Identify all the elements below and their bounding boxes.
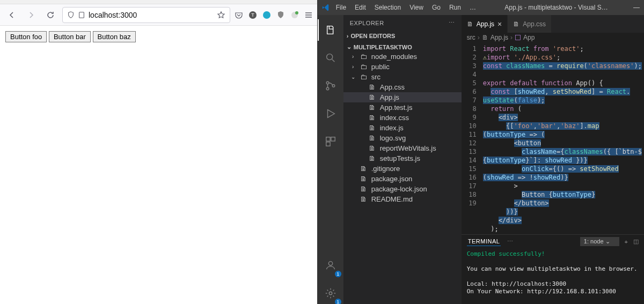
ext-icon-3[interactable]	[276, 11, 285, 19]
settings-badge: 1	[335, 299, 341, 304]
activity-scm[interactable]	[318, 75, 343, 97]
file-gitignore[interactable]: 🗎.gitignore	[343, 164, 462, 174]
activity-debug[interactable]	[318, 103, 343, 124]
menu-file[interactable]: File	[333, 3, 349, 12]
terminal-tab[interactable]: TERMINAL	[467, 237, 501, 246]
reload-button[interactable]	[43, 8, 58, 23]
svg-point-6	[326, 54, 332, 60]
activity-extensions[interactable]	[318, 131, 343, 152]
code-editor[interactable]: 12345678910111213141516171819 import Rea…	[462, 42, 644, 234]
pocket-icon[interactable]	[235, 11, 243, 19]
activity-explorer[interactable]	[318, 19, 343, 41]
svg-rect-15	[516, 35, 521, 40]
toolbar-icons: T	[235, 11, 313, 19]
tab-app-js[interactable]: 🗎App.js×	[462, 15, 508, 33]
folder-node-modules[interactable]: ›🗀node_modules	[343, 51, 462, 62]
back-button[interactable]	[4, 8, 19, 23]
ext-icon-2[interactable]	[262, 11, 271, 19]
explorer-sidebar: EXPLORER ⋯ ›OPEN EDITORS ⌄MULTIPLETASKTW…	[343, 15, 462, 304]
forward-button[interactable]	[24, 8, 39, 23]
file-icon: 🗎	[360, 165, 368, 173]
file-reportwebvitals[interactable]: 🗎reportWebVitals.js	[343, 143, 462, 153]
explorer-more-icon[interactable]: ⋯	[449, 19, 455, 26]
ext-icon-4[interactable]	[290, 11, 299, 19]
button-baz[interactable]: Button baz	[93, 31, 136, 42]
activity-bar: 1 1	[318, 15, 343, 304]
terminal-output[interactable]: Compiled successfully! You can now view …	[462, 248, 644, 304]
address-bar[interactable]: localhost:3000	[62, 7, 230, 23]
file-readme-md[interactable]: 🗎README.md	[343, 194, 462, 204]
svg-rect-0	[79, 12, 84, 18]
panel-more-icon[interactable]: ⋯	[507, 238, 513, 245]
folder-icon: 🗀	[360, 73, 368, 81]
code-lines[interactable]: import React from 'react'; ⚠import './Ap…	[481, 42, 644, 234]
menu-view[interactable]: View	[406, 3, 427, 12]
file-tree: ›🗀node_modules ›🗀public ⌄🗀src 🗎App.css 🗎…	[343, 51, 462, 204]
breadcrumb[interactable]: src› 🗎App.js› App	[462, 33, 644, 42]
activity-settings[interactable]: 1	[318, 283, 343, 304]
menu-selection[interactable]: Selection	[371, 3, 404, 12]
svg-rect-11	[331, 137, 335, 141]
bottom-panel: TERMINAL ⋯ 1: node ⌄ + ◫ Compiled succes…	[462, 234, 644, 304]
activity-accounts[interactable]: 1	[318, 255, 343, 276]
svg-rect-12	[326, 142, 330, 146]
file-logo-svg[interactable]: 🗎logo.svg	[343, 133, 462, 143]
bookmark-star-icon[interactable]	[217, 11, 225, 19]
editor: 🗎App.js× 🗎App.css src› 🗎App.js› App 1234…	[462, 15, 644, 304]
split-terminal-icon[interactable]: ◫	[633, 238, 639, 245]
folder-icon: 🗀	[360, 53, 368, 61]
file-index-css[interactable]: 🗎index.css	[343, 113, 462, 123]
tab-app-css[interactable]: 🗎App.css	[508, 15, 552, 33]
file-icon: 🗎	[368, 154, 377, 162]
new-terminal-icon[interactable]: +	[625, 239, 628, 245]
line-gutter: 12345678910111213141516171819	[462, 42, 481, 234]
file-icon: 🗎	[368, 103, 377, 112]
open-editors-section[interactable]: ›OPEN EDITORS	[343, 32, 462, 40]
menu-more[interactable]: …	[466, 3, 479, 12]
main-area: 1 1 EXPLORER ⋯ ›OPEN EDITORS ⌄MULTIPLETA…	[318, 15, 644, 304]
svg-rect-10	[326, 137, 330, 141]
file-app-test-js[interactable]: 🗎App.test.js	[343, 102, 462, 113]
window-title: App.js - multipletasktwo - Visual S…	[504, 4, 608, 11]
minimize-icon[interactable]: —	[633, 4, 640, 11]
file-setuptests[interactable]: 🗎setupTests.js	[343, 153, 462, 164]
file-app-css[interactable]: 🗎App.css	[343, 82, 462, 92]
editor-tabs: 🗎App.js× 🗎App.css	[462, 15, 644, 33]
terminal-select[interactable]: 1: node ⌄	[580, 237, 619, 246]
file-icon: 🗎	[360, 175, 368, 183]
browser-tabstrip	[0, 0, 317, 4]
file-icon: 🗎	[368, 93, 377, 101]
menu-go[interactable]: Go	[429, 3, 444, 12]
file-index-js[interactable]: 🗎index.js	[343, 123, 462, 133]
ext-icon-1[interactable]: T	[248, 11, 257, 19]
svg-point-14	[329, 292, 332, 295]
folder-src[interactable]: ⌄🗀src	[343, 72, 462, 82]
file-package-lock-json[interactable]: 🗎package-lock.json	[343, 184, 462, 194]
activity-search[interactable]	[318, 47, 343, 69]
button-bar[interactable]: Button bar	[49, 31, 91, 42]
project-section[interactable]: ⌄MULTIPLETASKTWO	[343, 42, 462, 51]
url-text[interactable]: localhost:3000	[89, 11, 214, 19]
vscode-window: File Edit Selection View Go Run … App.js…	[318, 0, 644, 304]
explorer-header: EXPLORER ⋯	[343, 15, 462, 31]
titlebar: File Edit Selection View Go Run … App.js…	[318, 0, 644, 15]
menu-edit[interactable]: Edit	[352, 3, 369, 12]
close-icon[interactable]: ×	[497, 20, 502, 28]
file-app-js[interactable]: 🗎App.js	[343, 92, 462, 102]
file-package-json[interactable]: 🗎package.json	[343, 174, 462, 184]
menu-run[interactable]: Run	[446, 3, 464, 12]
explorer-title: EXPLORER	[350, 20, 384, 26]
folder-icon: 🗀	[360, 63, 368, 71]
button-foo[interactable]: Button foo	[5, 31, 47, 42]
browser-toolbar: localhost:3000 T	[0, 4, 317, 26]
folder-public[interactable]: ›🗀public	[343, 62, 462, 72]
browser-window: localhost:3000 T Button foo Button bar B…	[0, 0, 318, 304]
menu-icon[interactable]	[304, 11, 313, 19]
panel-tabs: TERMINAL ⋯ 1: node ⌄ + ◫	[462, 235, 644, 248]
file-icon: 🗎	[368, 114, 377, 122]
svg-point-8	[326, 87, 329, 90]
file-icon: 🗎	[368, 144, 377, 152]
shield-icon	[67, 11, 75, 19]
svg-point-13	[328, 262, 332, 265]
vscode-logo-icon	[322, 3, 331, 12]
